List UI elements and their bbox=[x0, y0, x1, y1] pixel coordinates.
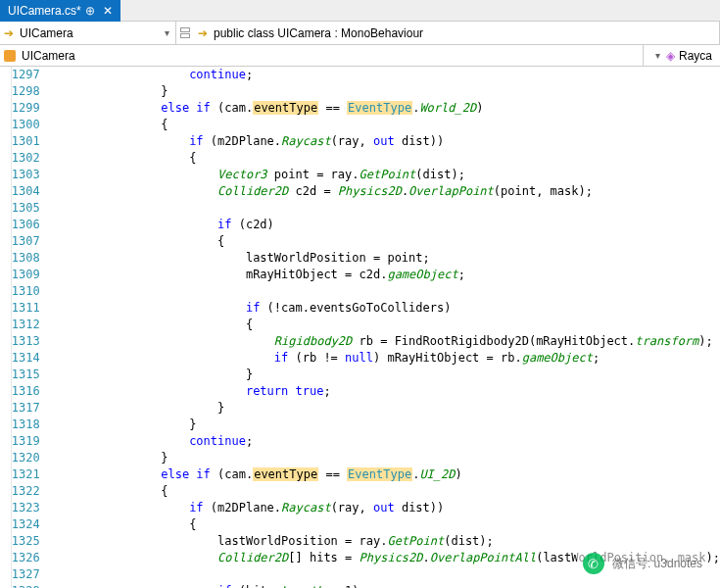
code-line[interactable]: if (!cam.eventsGoToColliders) bbox=[48, 300, 720, 317]
line-number: 1319 bbox=[12, 433, 40, 450]
method-icon: ◈ bbox=[666, 49, 675, 63]
nav-bar: ➔ UICamera ▾ ➔ public class UICamera : M… bbox=[0, 22, 720, 45]
line-number: 1310 bbox=[12, 283, 40, 300]
code-line[interactable]: { bbox=[48, 483, 720, 500]
gutter-margin bbox=[0, 67, 12, 588]
member-dropdown[interactable]: ➔ public class UICamera : MonoBehaviour bbox=[194, 22, 720, 44]
code-line[interactable]: lastWorldPosition = point; bbox=[48, 250, 720, 267]
line-number: 1322 bbox=[12, 483, 40, 500]
code-line[interactable]: } bbox=[48, 83, 720, 100]
line-number: 1311 bbox=[12, 300, 40, 317]
tab-bar: UICamera.cs* ⊕ ✕ bbox=[0, 0, 720, 22]
code-line[interactable]: } bbox=[48, 450, 720, 466]
code-line[interactable]: continue; bbox=[48, 67, 720, 83]
code-line[interactable]: } bbox=[48, 416, 720, 433]
breadcrumb: UICamera ▾ ◈ Rayca bbox=[0, 45, 720, 67]
line-number: 1327 bbox=[12, 566, 40, 583]
code-line[interactable]: return true; bbox=[48, 383, 720, 400]
code-line[interactable]: if (m2DPlane.Raycast(ray, out dist)) bbox=[48, 133, 720, 150]
line-gutter: 1297129812991300130113021303130413051306… bbox=[12, 67, 46, 588]
code-line[interactable]: if (rb != null) mRayHitObject = rb.gameO… bbox=[48, 350, 720, 367]
line-number: 1324 bbox=[12, 516, 40, 533]
line-number: 1326 bbox=[12, 550, 40, 566]
decl-label: public class UICamera : MonoBehaviour bbox=[214, 26, 423, 40]
line-number: 1323 bbox=[12, 500, 40, 516]
line-number: 1306 bbox=[12, 217, 40, 233]
line-number: 1303 bbox=[12, 167, 40, 183]
crumb-left[interactable]: UICamera bbox=[22, 49, 75, 63]
code-line[interactable] bbox=[48, 200, 720, 217]
line-number: 1314 bbox=[12, 350, 40, 367]
code-line[interactable]: { bbox=[48, 233, 720, 250]
tab-label: UICamera.cs* bbox=[8, 4, 81, 18]
split-button[interactable] bbox=[176, 27, 194, 38]
code-line[interactable]: mRayHitObject = c2d.gameObject; bbox=[48, 267, 720, 283]
line-number: 1325 bbox=[12, 533, 40, 550]
code-area[interactable]: continue; } else if (cam.eventType == Ev… bbox=[46, 67, 720, 588]
code-line[interactable]: { bbox=[48, 117, 720, 133]
code-line[interactable]: } bbox=[48, 400, 720, 416]
line-number: 1300 bbox=[12, 117, 40, 133]
code-line[interactable]: { bbox=[48, 317, 720, 333]
code-line[interactable]: Rigidbody2D rb = FindRootRigidbody2D(mRa… bbox=[48, 333, 720, 350]
code-line[interactable]: else if (cam.eventType == EventType.UI_2… bbox=[48, 466, 720, 483]
code-line[interactable]: Collider2D c2d = Physics2D.OverlapPoint(… bbox=[48, 183, 720, 200]
arrow-icon: ➔ bbox=[198, 26, 208, 40]
line-number: 1328 bbox=[12, 583, 40, 588]
line-number: 1297 bbox=[12, 67, 40, 83]
code-line[interactable]: } bbox=[48, 367, 720, 383]
close-icon[interactable]: ✕ bbox=[103, 4, 113, 18]
crumb-right-cell[interactable]: ▾ ◈ Rayca bbox=[643, 45, 716, 66]
code-line[interactable]: lastWorldPosition = ray.GetPoint(dist); bbox=[48, 533, 720, 550]
scope-dropdown[interactable]: ➔ UICamera ▾ bbox=[0, 22, 176, 44]
code-line[interactable]: if (m2DPlane.Raycast(ray, out dist)) bbox=[48, 500, 720, 516]
code-line[interactable]: else if (cam.eventType == EventType.Worl… bbox=[48, 100, 720, 117]
line-number: 1299 bbox=[12, 100, 40, 117]
code-line[interactable]: if (hits.Length > 1) bbox=[48, 583, 720, 588]
line-number: 1315 bbox=[12, 367, 40, 383]
code-line[interactable]: { bbox=[48, 516, 720, 533]
line-number: 1301 bbox=[12, 133, 40, 150]
file-tab[interactable]: UICamera.cs* ⊕ ✕ bbox=[0, 0, 120, 22]
line-number: 1312 bbox=[12, 317, 40, 333]
editor[interactable]: 1297129812991300130113021303130413051306… bbox=[0, 67, 720, 588]
code-line[interactable] bbox=[48, 283, 720, 300]
line-number: 1318 bbox=[12, 416, 40, 433]
line-number: 1313 bbox=[12, 333, 40, 350]
watermark: ✆ 微信号: u3dnotes bbox=[577, 551, 708, 576]
line-number: 1302 bbox=[12, 150, 40, 167]
arrow-icon: ➔ bbox=[4, 26, 14, 40]
crumb-right: Rayca bbox=[679, 49, 712, 63]
class-icon bbox=[4, 50, 16, 62]
line-number: 1298 bbox=[12, 83, 40, 100]
line-number: 1307 bbox=[12, 233, 40, 250]
line-number: 1316 bbox=[12, 383, 40, 400]
code-line[interactable]: { bbox=[48, 150, 720, 167]
chevron-down-icon[interactable]: ▾ bbox=[655, 50, 660, 61]
line-number: 1308 bbox=[12, 250, 40, 267]
line-number: 1321 bbox=[12, 466, 40, 483]
line-number: 1309 bbox=[12, 267, 40, 283]
chevron-down-icon[interactable]: ▾ bbox=[165, 27, 169, 38]
line-number: 1305 bbox=[12, 200, 40, 217]
code-line[interactable]: if (c2d) bbox=[48, 217, 720, 233]
pin-icon[interactable]: ⊕ bbox=[85, 4, 95, 18]
code-line[interactable]: Vector3 point = ray.GetPoint(dist); bbox=[48, 167, 720, 183]
line-number: 1317 bbox=[12, 400, 40, 416]
watermark-text: 微信号: u3dnotes bbox=[612, 556, 702, 572]
line-number: 1320 bbox=[12, 450, 40, 466]
code-line[interactable]: continue; bbox=[48, 433, 720, 450]
line-number: 1304 bbox=[12, 183, 40, 200]
scope-label: UICamera bbox=[20, 26, 73, 40]
wechat-icon: ✆ bbox=[583, 553, 604, 574]
